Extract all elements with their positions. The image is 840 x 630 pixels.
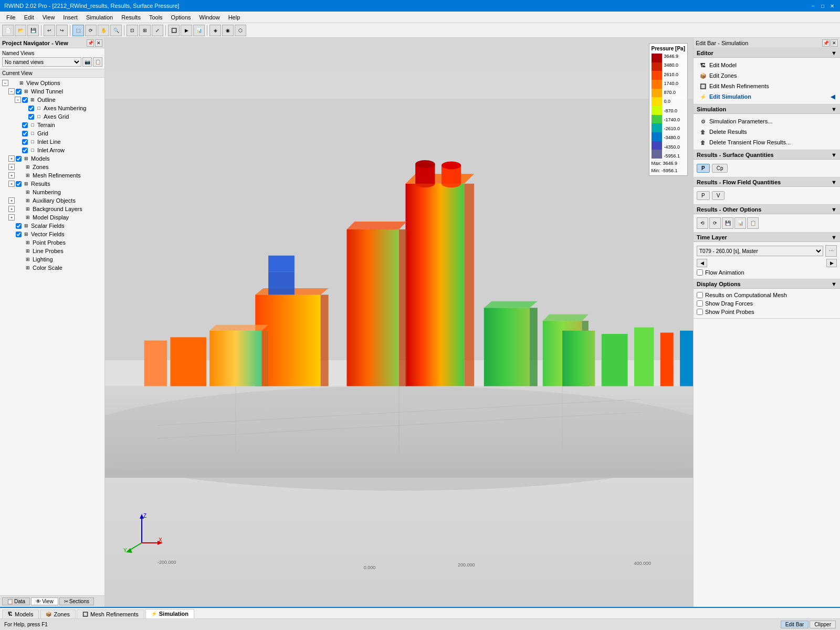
other-options-header[interactable]: Results - Other Options ▼ bbox=[694, 205, 840, 214]
tree-item-numbering[interactable]: ⊞Numbering bbox=[1, 188, 103, 196]
edit-simulation-item[interactable]: ⚡ Edit Simulation ◀ bbox=[697, 91, 837, 102]
menu-item-help[interactable]: Help bbox=[224, 13, 245, 22]
left-tab-sections[interactable]: ✂ Sections bbox=[59, 597, 94, 605]
tree-item-point-probes[interactable]: ⊞Point Probes bbox=[1, 238, 103, 247]
toolbar-select[interactable]: ⬚ bbox=[72, 25, 84, 36]
toolbar-zoom[interactable]: 🔍 bbox=[110, 25, 122, 36]
menu-item-edit[interactable]: Edit bbox=[20, 13, 38, 22]
tree-item-line-probes[interactable]: ⊞Line Probes bbox=[1, 247, 103, 255]
edit-zones-item[interactable]: 📦 Edit Zones bbox=[697, 70, 837, 81]
toolbar-extra3[interactable]: ⬡ bbox=[235, 25, 246, 36]
results-mesh-label[interactable]: Results on Computational Mesh bbox=[705, 292, 787, 298]
tree-item-axes-numbering[interactable]: □Axes Numbering bbox=[1, 104, 103, 112]
tree-checkbox-inlet-arrow[interactable] bbox=[22, 148, 28, 153]
flow-pressure-btn[interactable]: P bbox=[697, 191, 710, 200]
right-panel-close[interactable]: ✕ bbox=[831, 39, 838, 47]
tree-expand-results[interactable]: + bbox=[8, 181, 15, 187]
menu-item-window[interactable]: Window bbox=[195, 13, 224, 22]
maximize-button[interactable]: □ bbox=[819, 2, 826, 9]
tree-checkbox-wind-tunnel[interactable] bbox=[16, 89, 22, 94]
tree-item-model-display[interactable]: +⊞Model Display bbox=[1, 213, 103, 222]
surface-pressure-btn[interactable]: P bbox=[697, 164, 710, 173]
named-views-manage[interactable]: 📋 bbox=[93, 57, 102, 67]
toolbar-redo[interactable]: ↪ bbox=[56, 25, 68, 36]
point-probes-label[interactable]: Show Point Probes bbox=[705, 309, 754, 315]
tree-item-zones[interactable]: +⊞Zones bbox=[1, 163, 103, 171]
other-opt-btn2[interactable]: ⟳ bbox=[709, 217, 721, 229]
close-button[interactable]: ✕ bbox=[828, 2, 836, 9]
tree-checkbox-outline[interactable] bbox=[22, 97, 28, 103]
edit-model-item[interactable]: 🏗 Edit Model bbox=[697, 60, 837, 70]
tree-item-scalar-fields[interactable]: ⊞Scalar Fields bbox=[1, 222, 103, 230]
tab-mesh[interactable]: 🔲 Mesh Refinements bbox=[77, 610, 144, 618]
time-prev-btn[interactable]: ◀ bbox=[697, 259, 707, 267]
tree-item-inlet-arrow[interactable]: □Inlet Arrow bbox=[1, 146, 103, 154]
flow-animation-label[interactable]: Flow Animation bbox=[705, 269, 744, 276]
tree-expand-view-options[interactable]: − bbox=[2, 80, 8, 86]
display-options-header[interactable]: Display Options ▼ bbox=[694, 279, 840, 289]
tree-checkbox-scalar-fields[interactable] bbox=[16, 223, 22, 229]
left-tab-data[interactable]: 📋 Data bbox=[2, 597, 30, 605]
tab-zones[interactable]: 📦 Zones bbox=[40, 610, 76, 618]
toolbar-undo[interactable]: ↩ bbox=[44, 25, 55, 36]
toolbar-sim[interactable]: ▶ bbox=[181, 25, 192, 36]
tab-simulation[interactable]: ⚡ Simulation bbox=[145, 609, 194, 618]
results-mesh-checkbox[interactable] bbox=[697, 292, 703, 298]
toolbar-new[interactable]: 📄 bbox=[2, 25, 14, 36]
tree-checkbox-axes-numbering[interactable] bbox=[28, 106, 34, 111]
tree-expand-auxiliary-objects[interactable]: + bbox=[8, 197, 15, 204]
time-layer-btn[interactable]: ⋯ bbox=[825, 245, 837, 257]
menu-item-simulation[interactable]: Simulation bbox=[82, 13, 117, 22]
other-opt-btn1[interactable]: ⟲ bbox=[697, 217, 708, 229]
delete-transient-item[interactable]: 🗑 Delete Transient Flow Results... bbox=[697, 137, 837, 148]
drag-forces-label[interactable]: Show Drag Forces bbox=[705, 300, 753, 307]
tree-checkbox-results[interactable] bbox=[16, 181, 22, 187]
other-opt-btn5[interactable]: 📋 bbox=[747, 217, 759, 229]
menu-item-file[interactable]: File bbox=[2, 13, 20, 22]
menu-item-results[interactable]: Results bbox=[117, 13, 145, 22]
viewport[interactable]: Pressure [Pa] bbox=[105, 38, 693, 607]
tree-item-lighting[interactable]: ⊞Lighting bbox=[1, 255, 103, 264]
tree-checkbox-inlet-line[interactable] bbox=[22, 139, 28, 145]
tree-expand-mesh-refinements[interactable]: + bbox=[8, 172, 15, 178]
toolbar-results[interactable]: 📊 bbox=[193, 25, 205, 36]
toolbar-extra2[interactable]: ◉ bbox=[222, 25, 234, 36]
tree-item-models[interactable]: +⊞Models bbox=[1, 154, 103, 163]
time-layer-header[interactable]: Time Layer ▼ bbox=[694, 233, 840, 242]
status-tab-editbar[interactable]: Edit Bar bbox=[781, 621, 809, 628]
tree-item-mesh-refinements[interactable]: +⊞Mesh Refinements bbox=[1, 171, 103, 180]
other-opt-btn3[interactable]: 💾 bbox=[722, 217, 733, 229]
tree-item-grid[interactable]: □Grid bbox=[1, 129, 103, 138]
left-tab-view[interactable]: 👁 View bbox=[31, 597, 58, 605]
tree-item-wind-tunnel[interactable]: −⊞Wind Tunnel bbox=[1, 87, 103, 96]
tree-item-color-scale[interactable]: ⊞Color Scale bbox=[1, 264, 103, 272]
tree-expand-zones[interactable]: + bbox=[8, 164, 15, 170]
drag-forces-checkbox[interactable] bbox=[697, 300, 703, 307]
tree-item-results[interactable]: +⊞Results bbox=[1, 180, 103, 188]
toolbar-rotate[interactable]: ⟳ bbox=[85, 25, 97, 36]
tree-item-background-layers[interactable]: +⊞Background Layers bbox=[1, 205, 103, 213]
tree-checkbox-axes-grid[interactable] bbox=[28, 114, 34, 120]
tree-expand-outline[interactable]: − bbox=[15, 97, 21, 103]
tree-item-vector-fields[interactable]: ⊞Vector Fields bbox=[1, 230, 103, 238]
other-opt-btn4[interactable]: 📊 bbox=[734, 217, 746, 229]
surface-quantities-header[interactable]: Results - Surface Quantities ▼ bbox=[694, 150, 840, 160]
tree-item-auxiliary-objects[interactable]: +⊞Auxiliary Objects bbox=[1, 196, 103, 205]
flow-velocity-btn[interactable]: V bbox=[712, 191, 725, 200]
toolbar-extra1[interactable]: ◈ bbox=[209, 25, 221, 36]
tree-expand-background-layers[interactable]: + bbox=[8, 206, 15, 212]
toolbar-open[interactable]: 📂 bbox=[15, 25, 26, 36]
tree-item-view-options[interactable]: −⊞View Options bbox=[1, 79, 103, 87]
menu-item-tools[interactable]: Tools bbox=[145, 13, 167, 22]
status-tab-clipper[interactable]: Clipper bbox=[810, 621, 836, 628]
menu-item-insert[interactable]: Insert bbox=[59, 13, 82, 22]
tree-checkbox-grid[interactable] bbox=[22, 131, 28, 136]
flow-field-header[interactable]: Results - Flow Field Quantities ▼ bbox=[694, 177, 840, 187]
tree-checkbox-vector-fields[interactable] bbox=[16, 232, 22, 237]
named-views-add[interactable]: 📷 bbox=[82, 57, 92, 67]
tree-expand-wind-tunnel[interactable]: − bbox=[8, 88, 15, 94]
time-next-btn[interactable]: ▶ bbox=[826, 259, 837, 267]
tree-checkbox-models[interactable] bbox=[16, 156, 22, 162]
time-layer-select[interactable]: T079 - 260.00 [s], Master bbox=[697, 246, 823, 256]
surface-cp-btn[interactable]: Cp bbox=[712, 164, 728, 173]
